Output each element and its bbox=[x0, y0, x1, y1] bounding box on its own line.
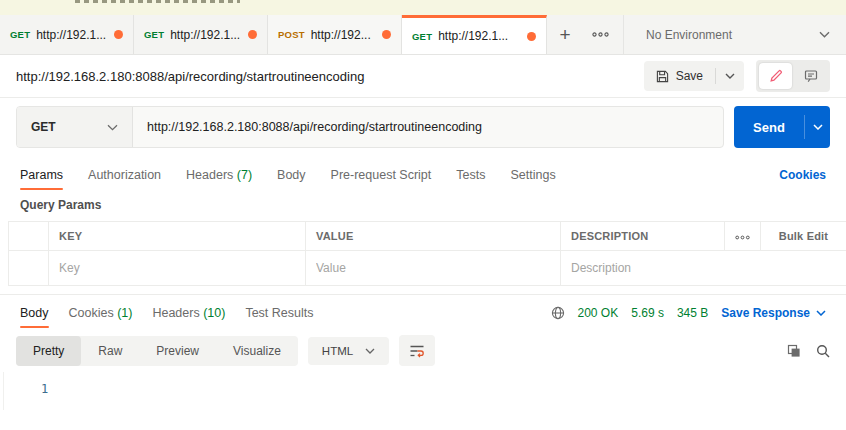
method-selected-label: GET bbox=[31, 120, 56, 134]
request-title: http://192.168.2.180:8088/api/recording/… bbox=[16, 69, 364, 84]
text-wrap-icon bbox=[409, 344, 425, 358]
unsaved-dot-icon bbox=[248, 30, 257, 39]
url-box: GET bbox=[16, 106, 724, 148]
format-selected-label: HTML bbox=[322, 345, 353, 357]
response-tab-cookies[interactable]: Cookies (1) bbox=[69, 297, 133, 329]
response-headers-count: (10) bbox=[203, 306, 225, 320]
value-column-header: VALUE bbox=[306, 222, 561, 251]
cropped-window-artifact bbox=[75, 0, 240, 3]
globe-icon[interactable] bbox=[551, 306, 565, 320]
request-tab-4-active[interactable]: GET http://192.1... bbox=[402, 15, 547, 54]
unsaved-dot-icon bbox=[382, 30, 391, 39]
cookies-link[interactable]: Cookies bbox=[779, 168, 826, 182]
save-response-label: Save Response bbox=[721, 306, 810, 320]
view-mode-raw[interactable]: Raw bbox=[81, 336, 139, 366]
headers-count: (7) bbox=[237, 168, 252, 182]
value-input[interactable] bbox=[316, 261, 550, 275]
response-body-actions bbox=[787, 344, 830, 358]
query-params-table: KEY VALUE DESCRIPTION Bulk Edit bbox=[8, 221, 846, 286]
method-badge: GET bbox=[412, 31, 432, 42]
request-url-row: GET Send bbox=[0, 98, 846, 157]
query-params-title: Query Params bbox=[0, 193, 846, 221]
chevron-down-icon bbox=[819, 31, 830, 38]
tab-title: http://192.1... bbox=[170, 28, 240, 42]
view-mode-preview[interactable]: Preview bbox=[139, 336, 216, 366]
save-options-chevron-icon[interactable] bbox=[716, 73, 744, 79]
method-badge: GET bbox=[10, 29, 30, 40]
method-badge: GET bbox=[144, 29, 164, 40]
response-view-toolbar: Pretty Raw Preview Visualize HTML bbox=[0, 331, 846, 372]
desktop-background-strip bbox=[0, 0, 846, 15]
view-mode-segmented-control: Pretty Raw Preview Visualize bbox=[16, 336, 298, 366]
response-body-editor[interactable]: 1 bbox=[0, 372, 846, 430]
response-size: 345 B bbox=[677, 306, 708, 320]
chevron-down-icon bbox=[365, 348, 375, 354]
save-button-label: Save bbox=[676, 69, 703, 83]
response-tabs-row: Body Cookies (1) Headers (10) Test Resul… bbox=[0, 294, 846, 331]
unsaved-dot-icon bbox=[527, 32, 536, 41]
response-tab-headers[interactable]: Headers (10) bbox=[152, 297, 225, 329]
view-mode-pretty[interactable]: Pretty bbox=[16, 336, 81, 366]
environment-selected-label: No Environment bbox=[646, 28, 732, 42]
request-tab-3[interactable]: POST http://192... bbox=[268, 15, 402, 54]
postman-app: GET http://192.1... GET http://192.1... … bbox=[0, 0, 846, 430]
response-tab-body[interactable]: Body bbox=[20, 297, 49, 329]
send-button-label: Send bbox=[734, 120, 804, 135]
value-cell bbox=[306, 251, 561, 286]
three-dots-icon bbox=[735, 235, 750, 240]
tab-authorization[interactable]: Authorization bbox=[88, 159, 161, 191]
environment-selector[interactable]: No Environment bbox=[623, 15, 846, 54]
tab-settings[interactable]: Settings bbox=[510, 159, 555, 191]
description-cell bbox=[561, 251, 846, 286]
title-actions: Save bbox=[644, 60, 830, 92]
search-icon[interactable] bbox=[816, 344, 830, 358]
tab-title: http://192.1... bbox=[438, 29, 508, 43]
request-tab-1[interactable]: GET http://192.1... bbox=[0, 15, 134, 54]
tab-pre-request-script[interactable]: Pre-request Script bbox=[331, 159, 432, 191]
tab-tests[interactable]: Tests bbox=[456, 159, 485, 191]
status-badge: 200 OK bbox=[578, 306, 619, 320]
wrap-text-button[interactable] bbox=[399, 335, 435, 366]
tab-params[interactable]: Params bbox=[20, 159, 63, 191]
view-mode-visualize[interactable]: Visualize bbox=[216, 336, 298, 366]
format-select[interactable]: HTML bbox=[308, 337, 389, 365]
tab-body[interactable]: Body bbox=[277, 159, 306, 191]
key-input[interactable] bbox=[59, 261, 295, 275]
send-options-chevron-icon[interactable] bbox=[805, 124, 830, 130]
tab-options-icon[interactable] bbox=[583, 15, 617, 54]
response-tab-test-results[interactable]: Test Results bbox=[245, 297, 313, 329]
key-column-header: KEY bbox=[49, 222, 306, 251]
url-input[interactable] bbox=[133, 107, 723, 147]
line-number: 1 bbox=[41, 382, 48, 396]
response-time: 5.69 s bbox=[631, 306, 664, 320]
params-more-options[interactable] bbox=[725, 222, 761, 251]
description-column-header: DESCRIPTION bbox=[561, 222, 725, 251]
send-button[interactable]: Send bbox=[734, 106, 830, 148]
tab-headers[interactable]: Headers (7) bbox=[186, 159, 252, 191]
request-config-tabs: Params Authorization Headers (7) Body Pr… bbox=[0, 157, 846, 193]
row-select-column-header bbox=[9, 222, 49, 251]
new-tab-button[interactable]: + bbox=[547, 15, 583, 54]
row-select-cell[interactable] bbox=[9, 251, 49, 286]
request-tab-2[interactable]: GET http://192.1... bbox=[134, 15, 268, 54]
pencil-icon bbox=[769, 69, 783, 83]
key-cell bbox=[49, 251, 306, 286]
chevron-down-icon bbox=[107, 124, 118, 131]
save-button[interactable]: Save bbox=[644, 61, 744, 91]
save-response-button[interactable]: Save Response bbox=[721, 306, 826, 320]
method-select[interactable]: GET bbox=[17, 107, 133, 147]
param-row bbox=[9, 251, 846, 286]
comments-button[interactable] bbox=[794, 63, 827, 89]
floppy-disk-icon bbox=[656, 70, 669, 83]
request-tab-bar: GET http://192.1... GET http://192.1... … bbox=[0, 15, 846, 55]
chevron-down-icon bbox=[816, 310, 826, 316]
description-input[interactable] bbox=[571, 261, 836, 275]
response-meta: 200 OK 5.69 s 345 B Save Response bbox=[551, 306, 826, 320]
bulk-edit-button[interactable]: Bulk Edit bbox=[761, 222, 846, 251]
request-title-row: http://192.168.2.180:8088/api/recording/… bbox=[0, 55, 846, 98]
unsaved-dot-icon bbox=[114, 30, 123, 39]
edit-request-button[interactable] bbox=[759, 63, 792, 89]
tab-title: http://192.1... bbox=[36, 28, 106, 42]
copy-icon[interactable] bbox=[787, 344, 801, 358]
tab-title: http://192... bbox=[311, 28, 371, 42]
